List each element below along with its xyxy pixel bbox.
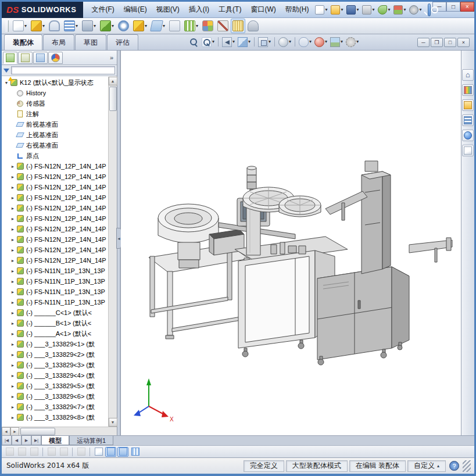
- tree-item[interactable]: ►(-) ______A<1> (默认<: [3, 328, 108, 339]
- zoom-to-fit-button[interactable]: [188, 35, 200, 48]
- tree-item[interactable]: ►(-) FS-N11N_11P_13N_13P: [3, 266, 108, 276]
- doc-restore-button[interactable]: ❐: [431, 38, 443, 47]
- doctab-nav-button-1[interactable]: ◀: [12, 436, 22, 445]
- solidworks-search-button[interactable]: [428, 3, 431, 16]
- tree-horizontal-scrollbar[interactable]: ◄ ►: [2, 427, 117, 435]
- scroll-up-button[interactable]: ▲: [109, 77, 117, 85]
- tree-item[interactable]: ►(-) ___3_133829<6> (默: [3, 391, 108, 402]
- filter-funnel-icon[interactable]: [3, 69, 9, 73]
- move-component-button[interactable]: ▾: [98, 19, 116, 33]
- scroll-left-button[interactable]: ◄: [2, 427, 10, 436]
- view-grid-button[interactable]: [130, 447, 141, 457]
- custom-properties-button[interactable]: [462, 145, 474, 156]
- previous-view-button[interactable]: ▾: [221, 35, 236, 48]
- graphics-viewport[interactable]: X: [121, 51, 461, 435]
- solidworks-resources-button[interactable]: ⌂: [462, 69, 474, 81]
- menu-file[interactable]: 文件(F): [87, 2, 119, 17]
- doc-maximize-button[interactable]: □: [444, 38, 456, 47]
- edit-component-button[interactable]: ▾: [11, 19, 28, 33]
- tree-item[interactable]: ►(-) FS-N12N_12P_14N_14P: [3, 161, 108, 171]
- file-explorer-button[interactable]: [462, 99, 474, 111]
- tab-evaluate[interactable]: 评估: [107, 34, 138, 50]
- tree-item[interactable]: ►(-) FS-N12N_12P_14N_14P: [3, 182, 108, 192]
- tree-item[interactable]: 上视基准面: [3, 130, 108, 140]
- tab-assembly[interactable]: 装配体: [4, 34, 42, 50]
- hscroll-thumb[interactable]: [20, 428, 55, 435]
- doctab-nav-button-2[interactable]: ▶: [22, 436, 31, 445]
- maximize-button[interactable]: □: [446, 2, 460, 12]
- print-button[interactable]: ▾: [360, 3, 376, 16]
- tree-item[interactable]: ►(-) ___3_133829<4> (默: [3, 370, 108, 381]
- tab-motion-study-1[interactable]: 运动算例1: [69, 436, 113, 445]
- status-custom-cell[interactable]: 自定义 ▴: [407, 460, 446, 472]
- tree-item[interactable]: 注解: [3, 109, 108, 119]
- doc-close-button[interactable]: ×: [457, 38, 470, 47]
- view-palette-button[interactable]: [462, 114, 474, 126]
- doctab-nav-button-3[interactable]: ▶|: [31, 436, 41, 445]
- tree-item[interactable]: ►(-) ___3_133829<5> (默: [3, 381, 108, 391]
- tree-item[interactable]: ►(-) ______C<1> (默认<: [3, 307, 108, 318]
- tree-item[interactable]: ►(-) FS-N12N_12P_14N_14P: [3, 224, 108, 234]
- tab-model[interactable]: 模型: [41, 436, 69, 445]
- menu-tools[interactable]: 工具(T): [214, 2, 246, 17]
- tree-item[interactable]: ►(-) FS-N12N_12P_14N_14P: [3, 255, 108, 266]
- tree-item[interactable]: ►(-) ___3_133829<1> (默: [3, 339, 108, 349]
- measure-button[interactable]: [231, 19, 245, 33]
- tree-item[interactable]: ►(-) FS-N12N_12P_14N_14P: [3, 203, 108, 213]
- tree-item[interactable]: ►(-) FS-N12N_12P_14N_14P: [3, 245, 108, 255]
- open-button[interactable]: ▾: [329, 3, 345, 16]
- tree-item[interactable]: 右视基准面: [3, 140, 108, 151]
- tree-filter-input[interactable]: [11, 66, 115, 74]
- edit-appearance-button[interactable]: ▾: [313, 35, 328, 48]
- toolbar-grip[interactable]: [6, 20, 9, 32]
- assembly-model-3d[interactable]: X: [121, 51, 460, 435]
- smart-fasteners-button[interactable]: ▾: [80, 19, 98, 33]
- insert-components-button[interactable]: ▾: [29, 19, 46, 33]
- section-view-toggle-button[interactable]: [105, 447, 116, 457]
- design-library-button[interactable]: [462, 84, 474, 96]
- undo-button[interactable]: ▾: [376, 3, 392, 16]
- new-file-button[interactable]: ▾: [313, 3, 329, 16]
- show-hidden-components-button[interactable]: [116, 19, 131, 33]
- tree-item[interactable]: ►(-) FS-N12N_12P_14N_14P: [3, 192, 108, 203]
- appearances-button[interactable]: [462, 130, 474, 141]
- tree-item[interactable]: 原点: [3, 151, 108, 161]
- panel-overflow-chevron-icon[interactable]: »: [108, 54, 116, 61]
- section-view-button[interactable]: ▾: [237, 35, 252, 48]
- quick-snaps-button[interactable]: [93, 447, 104, 457]
- new-motion-study-button[interactable]: [167, 19, 182, 33]
- menu-edit[interactable]: 编辑(E): [119, 2, 152, 17]
- doc-minimize-button[interactable]: ─: [417, 38, 430, 47]
- tree-item[interactable]: ►(-) ___3_133829<2> (默: [3, 349, 108, 360]
- hide-show-items-button[interactable]: ▾: [298, 35, 313, 48]
- tree-item[interactable]: ►(-) ___3_133829<7> (默: [3, 402, 108, 412]
- menu-window[interactable]: 窗口(W): [246, 2, 280, 17]
- scroll-right-button[interactable]: ►: [10, 427, 19, 436]
- rebuild-button[interactable]: ▾: [392, 3, 407, 16]
- configurationmanager-tab[interactable]: [33, 52, 48, 64]
- bill-of-materials-button[interactable]: ▾: [182, 19, 200, 33]
- tree-item[interactable]: ►(-) FS-N11N_11P_13N_13P: [3, 297, 108, 307]
- mate-button[interactable]: [47, 19, 62, 33]
- tree-item[interactable]: ►(-) ___3_133829<8> (默: [3, 412, 108, 423]
- display-style-button[interactable]: ▾: [277, 35, 292, 48]
- interference-detection-button[interactable]: [216, 19, 230, 33]
- view-orientation-button[interactable]: ▾: [257, 35, 272, 48]
- view-settings-button[interactable]: ▾: [345, 35, 360, 48]
- menu-help[interactable]: 帮助(H): [281, 2, 314, 17]
- tab-sketch[interactable]: 草图: [75, 34, 106, 50]
- tree-item[interactable]: ►(-) FS-N11N_11P_13N_13P: [3, 276, 108, 287]
- options-button[interactable]: ▾: [407, 3, 423, 16]
- status-help-icon[interactable]: ?: [449, 461, 459, 471]
- tree-item[interactable]: 传感器: [3, 98, 108, 109]
- featuremanager-tree-tab[interactable]: [3, 52, 17, 64]
- mass-properties-button[interactable]: [246, 19, 260, 33]
- tree-item[interactable]: History: [3, 88, 108, 98]
- close-button[interactable]: ×: [460, 2, 474, 12]
- zoom-to-area-button[interactable]: ▾: [201, 35, 216, 48]
- menu-insert[interactable]: 插入(I): [184, 2, 214, 17]
- save-button[interactable]: ▾: [345, 3, 360, 16]
- reference-geometry-button[interactable]: ▾: [149, 19, 167, 33]
- apply-scene-button[interactable]: ▾: [329, 35, 344, 48]
- exploded-view-button[interactable]: [201, 19, 215, 33]
